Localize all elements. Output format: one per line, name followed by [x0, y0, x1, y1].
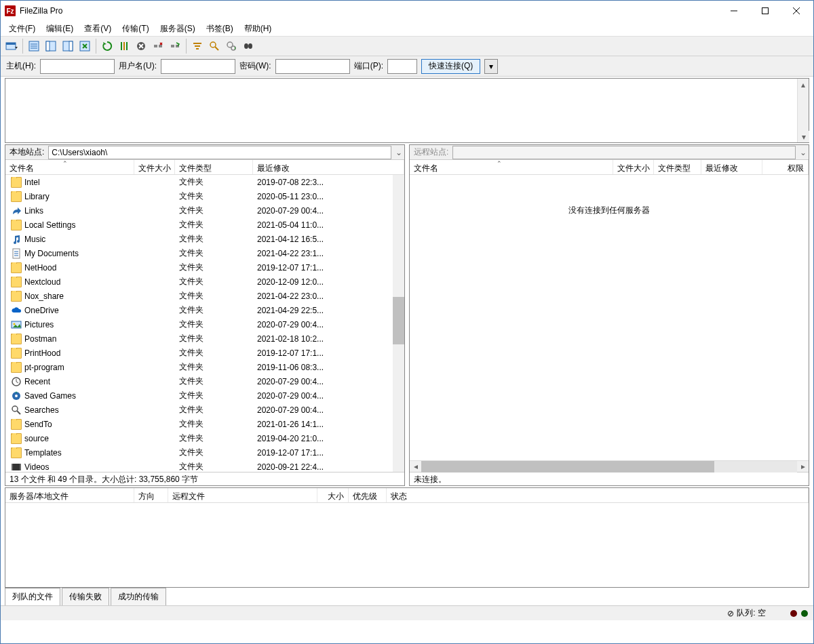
maximize-button[interactable] — [750, 1, 781, 21]
col-modified[interactable]: 最近修改 — [253, 160, 404, 174]
filter-icon[interactable] — [189, 38, 206, 54]
file-row[interactable]: Recent文件夹2020-07-29 00:4... — [5, 374, 404, 388]
port-input[interactable] — [387, 59, 417, 74]
disconnect-icon[interactable] — [150, 38, 166, 54]
col-status[interactable]: 状态 — [387, 488, 809, 502]
refresh-icon[interactable] — [99, 38, 115, 54]
minimize-button[interactable] — [718, 1, 750, 21]
col-modified[interactable]: 最近修改 — [701, 160, 762, 174]
process-queue-icon[interactable] — [116, 38, 132, 54]
file-row[interactable]: PrintHood文件夹2019-12-07 17:1... — [5, 346, 404, 360]
doc-icon — [11, 248, 22, 259]
remote-path-dropdown[interactable]: ⌄ — [797, 148, 809, 157]
folder-icon — [11, 191, 22, 202]
remote-file-list[interactable]: 没有连接到任何服务器 — [410, 175, 809, 460]
remote-hscroll[interactable]: ◂▸ — [410, 460, 809, 472]
file-row[interactable]: Library文件夹2020-05-11 23:0... — [5, 189, 404, 203]
file-row[interactable]: Saved Games文件夹2020-07-29 00:4... — [5, 388, 404, 403]
local-path-input[interactable] — [48, 146, 391, 159]
user-input[interactable] — [161, 59, 235, 74]
col-size[interactable]: 文件大小 — [134, 160, 175, 174]
sitemanager-icon[interactable] — [3, 38, 20, 54]
file-row[interactable]: Local Settings文件夹2021-05-04 11:0... — [5, 218, 404, 232]
local-file-list[interactable]: Intel文件夹2019-07-08 22:3...Library文件夹2020… — [5, 175, 404, 472]
file-row[interactable]: Music文件夹2021-04-12 16:5... — [5, 232, 404, 246]
col-type[interactable]: 文件类型 — [175, 160, 253, 174]
file-name: Templates — [24, 448, 62, 458]
file-row[interactable]: source文件夹2019-04-20 21:0... — [5, 431, 404, 445]
file-row[interactable]: OneDrive文件夹2021-04-29 22:5... — [5, 303, 404, 317]
file-row[interactable]: Templates文件夹2019-12-07 17:1... — [5, 445, 404, 460]
file-row[interactable]: SendTo文件夹2021-01-26 14:1... — [5, 417, 404, 431]
menu-view[interactable]: 查看(V) — [79, 22, 117, 36]
toggle-log-icon[interactable] — [26, 38, 42, 54]
file-type: 文件夹 — [175, 276, 253, 287]
file-name: Nextcloud — [24, 277, 60, 287]
col-server[interactable]: 服务器/本地文件 — [5, 488, 134, 502]
col-remote[interactable]: 远程文件 — [168, 488, 317, 502]
tab-success[interactable]: 成功的传输 — [111, 588, 166, 605]
file-modified: 2019-04-20 21:0... — [253, 434, 404, 443]
local-path-dropdown[interactable]: ⌄ — [393, 148, 404, 157]
file-row[interactable]: Pictures文件夹2020-07-29 00:4... — [5, 317, 404, 331]
find-icon[interactable] — [240, 38, 256, 54]
file-modified: 2021-04-12 16:5... — [253, 235, 404, 244]
queue-body[interactable] — [5, 503, 809, 587]
menu-transfer[interactable]: 传输(T) — [117, 22, 154, 36]
menu-file[interactable]: 文件(F) — [3, 22, 41, 36]
toggle-queue-icon[interactable] — [77, 38, 93, 54]
file-row[interactable]: Intel文件夹2019-07-08 22:3... — [5, 175, 404, 189]
file-row[interactable]: Nox_share文件夹2021-04-22 23:0... — [5, 289, 404, 303]
col-type[interactable]: 文件类型 — [654, 160, 701, 174]
menu-help[interactable]: 帮助(H) — [239, 22, 277, 36]
cancel-icon[interactable] — [133, 38, 149, 54]
local-scrollbar[interactable] — [393, 175, 404, 472]
col-perm[interactable]: 权限 — [762, 160, 809, 174]
file-name: Videos — [24, 462, 49, 472]
file-row[interactable]: My Documents文件夹2021-04-22 23:1... — [5, 246, 404, 260]
remote-site-label: 远程站点: — [410, 146, 452, 158]
menu-server[interactable]: 服务器(S) — [155, 22, 201, 36]
file-type: 文件夹 — [175, 319, 253, 330]
menu-edit[interactable]: 编辑(E) — [41, 22, 79, 36]
file-row[interactable]: NetHood文件夹2019-12-07 17:1... — [5, 260, 404, 275]
col-name[interactable]: 文件名 — [410, 160, 613, 174]
pass-input[interactable] — [275, 59, 350, 74]
file-row[interactable]: Searches文件夹2020-07-29 00:4... — [5, 403, 404, 417]
remote-header[interactable]: ⌃ 文件名 文件大小 文件类型 最近修改 权限 — [410, 160, 809, 175]
log-scrollbar[interactable]: ▴ ▾ — [797, 79, 809, 142]
svg-rect-21 — [154, 45, 157, 47]
file-modified: 2021-04-22 23:1... — [253, 249, 404, 258]
col-name[interactable]: 文件名 — [5, 160, 134, 174]
queue-tabs: 列队的文件 传输失败 成功的传输 — [5, 589, 809, 605]
quickconnect-dropdown[interactable]: ▾ — [484, 59, 498, 74]
local-site-label: 本地站点: — [5, 146, 48, 158]
file-name: NetHood — [24, 263, 56, 273]
close-button[interactable] — [781, 1, 812, 21]
file-row[interactable]: Videos文件夹2020-09-21 22:4... — [5, 460, 404, 472]
file-row[interactable]: pt-program文件夹2019-11-06 08:3... — [5, 360, 404, 374]
compare-icon[interactable] — [206, 38, 222, 54]
reconnect-icon[interactable] — [167, 38, 183, 54]
local-header[interactable]: ⌃ 文件名 文件大小 文件类型 最近修改 — [5, 160, 404, 175]
toggle-remotetree-icon[interactable] — [60, 38, 76, 54]
host-input[interactable] — [40, 59, 115, 74]
quickconnect-button[interactable]: 快速连接(Q) — [421, 59, 480, 74]
queue-status: 队列: 空 — [737, 607, 766, 619]
col-pri[interactable]: 优先级 — [349, 488, 387, 502]
col-dir[interactable]: 方向 — [134, 488, 168, 502]
sync-browse-icon[interactable] — [223, 38, 239, 54]
file-row[interactable]: Links文件夹2020-07-29 00:4... — [5, 203, 404, 218]
col-size[interactable]: 大小 — [317, 488, 349, 502]
toggle-localtree-icon[interactable] — [43, 38, 59, 54]
svg-rect-11 — [46, 41, 50, 51]
queue-header[interactable]: 服务器/本地文件 方向 远程文件 大小 优先级 状态 — [5, 488, 809, 503]
file-row[interactable]: Nextcloud文件夹2020-12-09 12:0... — [5, 275, 404, 289]
menu-bookmarks[interactable]: 书签(B) — [201, 22, 239, 36]
tab-queued[interactable]: 列队的文件 — [5, 588, 60, 605]
tab-failed[interactable]: 传输失败 — [62, 588, 109, 605]
file-row[interactable]: Postman文件夹2021-02-18 10:2... — [5, 331, 404, 346]
file-name: Music — [24, 235, 45, 244]
message-log[interactable]: ▴ ▾ — [5, 78, 809, 143]
col-size[interactable]: 文件大小 — [613, 160, 654, 174]
